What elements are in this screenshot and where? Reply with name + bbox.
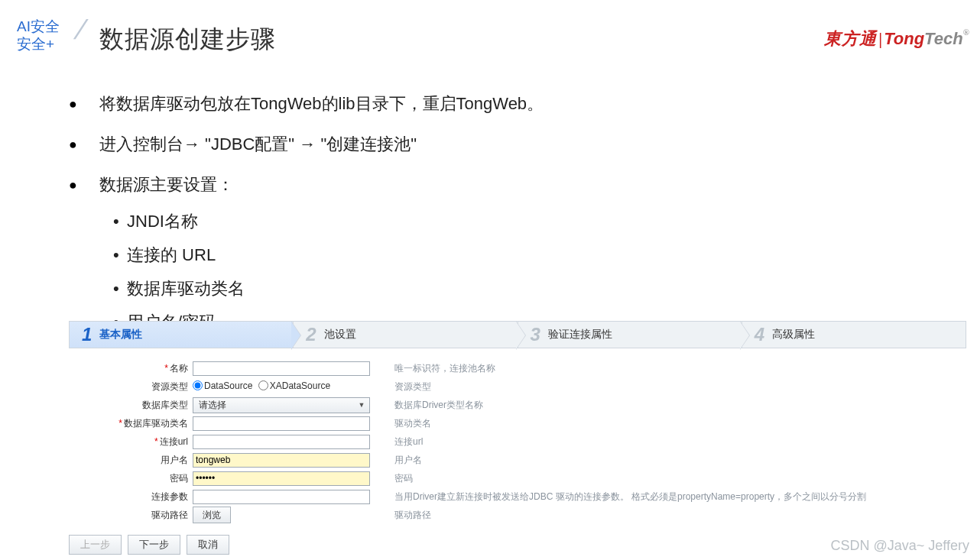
browse-button[interactable]: 浏览: [193, 507, 231, 523]
step-1-num: 1: [82, 324, 92, 345]
step-3-num: 3: [531, 324, 540, 345]
label-user: 用户名: [161, 455, 188, 465]
step-1[interactable]: 1 基本属性: [70, 322, 293, 348]
label-name: 名称: [170, 363, 188, 374]
top-left-badge: AI安全 安全+: [17, 18, 60, 53]
hint-restype: 资源类型: [394, 380, 431, 393]
step-3[interactable]: 3 验证连接属性: [518, 322, 742, 348]
wizard-steps: 1 基本属性 2 池设置 3 验证连接属性 4 高级属性: [69, 321, 966, 348]
step-3-label: 验证连接属性: [548, 328, 612, 342]
step-4-num: 4: [755, 324, 764, 345]
next-button[interactable]: 下一步: [128, 535, 180, 555]
subbullet-3: •数据库驱动类名: [113, 272, 916, 306]
step-1-label: 基本属性: [99, 328, 142, 342]
bullet-3-text: 数据源主要设置：: [99, 175, 234, 194]
page-title: 数据源创建步骤: [99, 23, 276, 57]
slide-content: 将数据库驱动包放在TongWeb的lib目录下，重启TongWeb。 进入控制台…: [69, 76, 916, 353]
subbullet-2: •连接的 URL: [113, 238, 916, 272]
bullet-1: 将数据库驱动包放在TongWeb的lib目录下，重启TongWeb。: [69, 90, 916, 117]
logo-registered-icon: ®: [963, 28, 969, 37]
label-driverpath: 驱动路径: [151, 510, 188, 520]
brand-logo: 東方通|TongTech®: [824, 28, 969, 50]
label-connprops: 连接参数: [151, 491, 188, 502]
logo-en1: Tong: [884, 29, 924, 48]
footer-buttons: 上一步 下一步 取消: [69, 535, 229, 555]
user-input[interactable]: [193, 453, 370, 468]
step-4-label: 高级属性: [772, 328, 815, 342]
form-panel: 1 基本属性 2 池设置 3 验证连接属性 4 高级属性 *名称: [69, 321, 966, 524]
bullet-3: 数据源主要设置： •JNDI名称 •连接的 URL •数据库驱动类名 •用户名/…: [69, 171, 916, 338]
prev-button[interactable]: 上一步: [69, 535, 122, 555]
hint-password: 密码: [394, 472, 413, 485]
label-restype: 资源类型: [151, 381, 188, 392]
logo-en2: Tech: [924, 29, 963, 48]
step-2-label: 池设置: [324, 328, 356, 342]
label-driverclass: 数据库驱动类名: [124, 418, 188, 429]
label-url: 连接url: [160, 436, 188, 447]
connprops-input[interactable]: [193, 490, 370, 504]
label-dbtype: 数据库类型: [142, 400, 188, 410]
watermark: CSDN @Java~ Jeffery: [830, 538, 969, 554]
logo-cn: 東方通: [824, 29, 877, 48]
chevron-down-icon: ▼: [356, 401, 367, 409]
top-left-line2: 安全+: [17, 36, 60, 53]
label-password: 密码: [170, 473, 188, 484]
radio-datasource[interactable]: DataSource: [193, 380, 252, 391]
hint-name: 唯一标识符，连接池名称: [394, 362, 495, 375]
dbtype-select[interactable]: 请选择 ▼: [193, 397, 370, 413]
cancel-button[interactable]: 取消: [187, 535, 229, 555]
url-input[interactable]: [193, 435, 370, 449]
hint-connprops: 当用Driver建立新连接时被发送给JDBC 驱动的连接参数。 格式必须是pro…: [394, 490, 866, 503]
hint-driverclass: 驱动类名: [394, 417, 431, 430]
step-2-num: 2: [306, 324, 316, 345]
form-fields: *名称 唯一标识符，连接池名称 资源类型 DataSource XADataSo…: [76, 359, 966, 524]
name-input[interactable]: [193, 361, 370, 376]
password-input[interactable]: [193, 471, 370, 486]
step-2[interactable]: 2 池设置: [293, 322, 517, 348]
hint-dbtype: 数据库Driver类型名称: [394, 399, 483, 412]
logo-separator-icon: |: [878, 29, 882, 48]
top-left-line1: AI安全: [17, 18, 60, 36]
step-4[interactable]: 4 高级属性: [742, 322, 966, 348]
hint-driverpath: 驱动路径: [394, 509, 431, 522]
radio-xadatasource[interactable]: XADataSource: [258, 380, 330, 391]
hint-user: 用户名: [394, 454, 422, 467]
driverclass-input[interactable]: [193, 416, 370, 431]
bullet-2: 进入控制台→ "JDBC配置" → "创建连接池": [69, 131, 916, 157]
title-slash-icon: /: [73, 14, 86, 46]
hint-url: 连接url: [394, 435, 423, 448]
dbtype-select-text: 请选择: [196, 399, 226, 412]
subbullet-1: •JNDI名称: [113, 205, 916, 238]
